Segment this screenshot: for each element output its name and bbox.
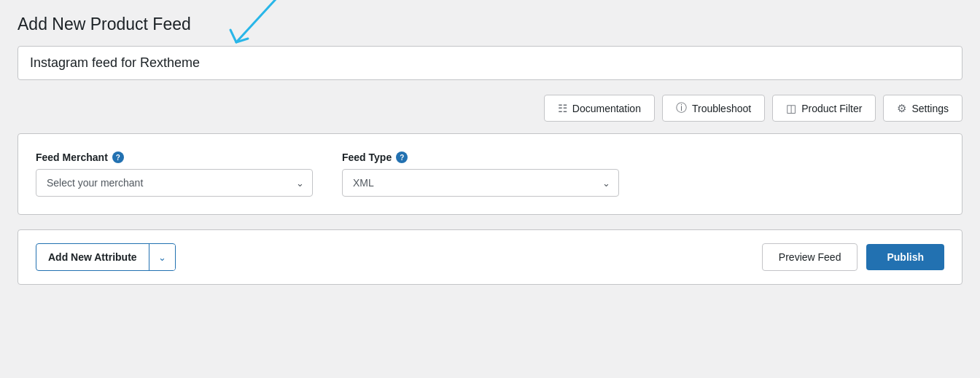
feed-type-select-wrapper: XML CSV TSV ⌄: [342, 169, 619, 197]
feed-type-select[interactable]: XML CSV TSV: [342, 169, 619, 197]
info-icon: ⓘ: [676, 101, 687, 115]
feed-type-help-icon[interactable]: ?: [396, 151, 408, 163]
preview-feed-button[interactable]: Preview Feed: [762, 243, 858, 271]
troubleshoot-label: Troubleshoot: [692, 103, 751, 114]
feed-name-input[interactable]: [18, 46, 962, 80]
page-title: Add New Product Feed: [18, 15, 962, 34]
right-actions: Preview Feed Publish: [762, 243, 944, 271]
document-icon: ☷: [558, 102, 567, 115]
gear-icon: ⚙: [897, 102, 906, 115]
add-attribute-button[interactable]: Add New Attribute ⌄: [36, 243, 176, 271]
feed-merchant-help-icon[interactable]: ?: [112, 151, 124, 163]
add-attribute-label: Add New Attribute: [36, 244, 149, 270]
settings-button[interactable]: ⚙ Settings: [883, 95, 962, 122]
settings-label: Settings: [911, 103, 949, 114]
toolbar: ☷ Documentation ⓘ Troubleshoot ◫ Product…: [18, 95, 962, 122]
product-filter-button[interactable]: ◫ Product Filter: [772, 95, 876, 122]
publish-button[interactable]: Publish: [866, 244, 944, 270]
fields-row: Feed Merchant ? Select your merchant ⌄ F…: [36, 151, 944, 197]
feed-type-group: Feed Type ? XML CSV TSV ⌄: [342, 151, 619, 197]
feed-config-card: Feed Merchant ? Select your merchant ⌄ F…: [18, 133, 962, 215]
chevron-down-icon: ⌄: [149, 245, 175, 270]
filter-icon: ◫: [786, 102, 796, 115]
feed-merchant-label: Feed Merchant ?: [36, 151, 313, 163]
feed-merchant-select[interactable]: Select your merchant: [36, 169, 313, 197]
feed-type-label: Feed Type ?: [342, 151, 619, 163]
documentation-button[interactable]: ☷ Documentation: [544, 95, 655, 122]
feed-merchant-select-wrapper: Select your merchant ⌄: [36, 169, 313, 197]
bottom-bar: Add New Attribute ⌄ Preview Feed Publish: [18, 229, 962, 285]
feed-merchant-group: Feed Merchant ? Select your merchant ⌄: [36, 151, 313, 197]
documentation-label: Documentation: [572, 103, 641, 114]
product-filter-label: Product Filter: [801, 103, 862, 114]
troubleshoot-button[interactable]: ⓘ Troubleshoot: [662, 95, 765, 122]
